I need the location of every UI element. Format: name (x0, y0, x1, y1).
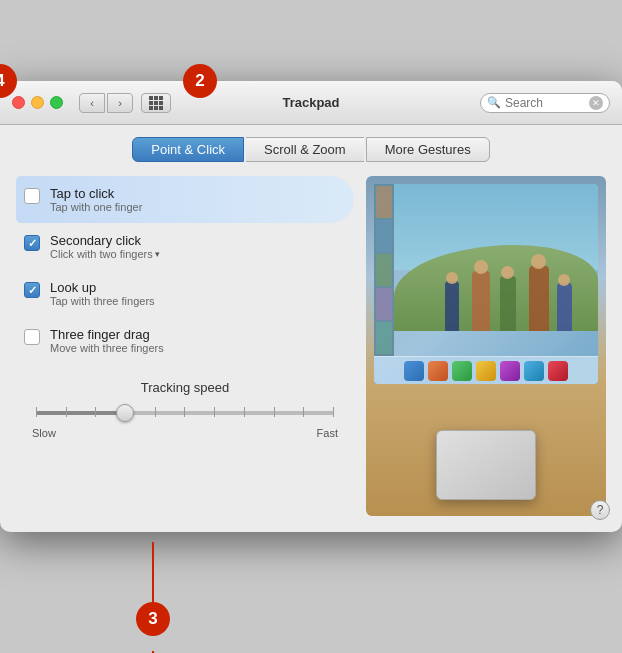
dock-icon-7 (548, 361, 568, 381)
option-label-tap-to-click: Tap to click (50, 186, 142, 201)
svg-rect-1 (149, 96, 153, 100)
option-tap-to-click[interactable]: Tap to click Tap with one finger (16, 176, 354, 223)
tracking-title: Tracking speed (24, 380, 346, 395)
slider-fast-label: Fast (317, 427, 338, 439)
option-look-up[interactable]: Look up Tap with three fingers (16, 270, 354, 317)
nav-buttons: ‹ › (79, 93, 133, 113)
title-bar: ‹ › Trackpad (0, 81, 622, 125)
annotation-2: 2 (183, 64, 217, 98)
search-icon: 🔍 (487, 96, 501, 109)
slider-container: Slow Fast (32, 403, 338, 439)
svg-rect-4 (149, 101, 153, 105)
dropdown-arrow-secondary-click[interactable]: ▾ (155, 249, 160, 259)
close-button[interactable] (12, 96, 25, 109)
checkbox-secondary-click[interactable] (24, 235, 40, 251)
checkbox-look-up[interactable] (24, 282, 40, 298)
window: ‹ › Trackpad (0, 81, 622, 532)
search-input[interactable] (505, 96, 585, 110)
option-sublabel-look-up: Tap with three fingers (50, 295, 155, 307)
back-button[interactable]: ‹ (79, 93, 105, 113)
slider-slow-label: Slow (32, 427, 56, 439)
svg-rect-7 (149, 106, 153, 110)
family-photo (394, 184, 598, 356)
tab-point-click[interactable]: Point & Click (132, 137, 244, 162)
traffic-lights (12, 96, 63, 109)
main-content: Tap to click Tap with one finger Seconda… (16, 176, 606, 516)
option-label-secondary-click: Secondary click (50, 233, 160, 248)
left-panel: Tap to click Tap with one finger Seconda… (16, 176, 354, 516)
svg-rect-2 (154, 96, 158, 100)
option-three-finger-drag[interactable]: Three finger drag Move with three finger… (16, 317, 354, 364)
thumb-5 (376, 322, 392, 354)
window-title: Trackpad (282, 95, 339, 110)
svg-rect-5 (154, 101, 158, 105)
mac-screen-inner (374, 184, 598, 384)
thumb-2 (376, 220, 392, 252)
tab-bar: Point & Click Scroll & Zoom More Gesture… (16, 137, 606, 162)
option-sublabel-three-finger-drag: Move with three fingers (50, 342, 164, 354)
svg-rect-9 (159, 106, 163, 110)
tracking-slider-thumb[interactable] (116, 404, 134, 422)
dock-icon-5 (500, 361, 520, 381)
thumb-4 (376, 288, 392, 320)
sidebar-thumbnails (374, 184, 394, 356)
thumb-1 (376, 186, 392, 218)
option-label-look-up: Look up (50, 280, 155, 295)
dock-icon-1 (404, 361, 424, 381)
content-area: Point & Click Scroll & Zoom More Gesture… (0, 125, 622, 532)
svg-rect-8 (154, 106, 158, 110)
dock-icon-6 (524, 361, 544, 381)
dock-icon-2 (428, 361, 448, 381)
mac-screen (374, 184, 598, 384)
maximize-button[interactable] (50, 96, 63, 109)
checkbox-three-finger-drag[interactable] (24, 329, 40, 345)
forward-button[interactable]: › (107, 93, 133, 113)
option-secondary-click[interactable]: Secondary click Click with two fingers ▾ (16, 223, 354, 270)
slider-labels: Slow Fast (32, 427, 338, 439)
option-sublabel-secondary-click: Click with two fingers ▾ (50, 248, 160, 260)
help-button[interactable]: ? (590, 500, 610, 520)
grid-view-button[interactable] (141, 93, 171, 113)
trackpad-visualization (366, 176, 606, 516)
option-sublabel-tap-to-click: Tap with one finger (50, 201, 142, 213)
tab-scroll-zoom[interactable]: Scroll & Zoom (246, 137, 364, 162)
dock-icon-3 (452, 361, 472, 381)
annotation-3: 3 (136, 602, 170, 636)
checkbox-tap-to-click[interactable] (24, 188, 40, 204)
dock-icon-4 (476, 361, 496, 381)
trackpad-device (436, 430, 536, 500)
minimize-button[interactable] (31, 96, 44, 109)
dock-bar (374, 356, 598, 384)
tracking-section: Tracking speed (16, 380, 354, 439)
search-clear-button[interactable]: ✕ (589, 96, 603, 110)
svg-rect-6 (159, 101, 163, 105)
annotation-line-3: 3 (136, 542, 170, 636)
search-bar: 🔍 ✕ (480, 93, 610, 113)
grid-icon (149, 96, 163, 110)
option-label-three-finger-drag: Three finger drag (50, 327, 164, 342)
tab-more-gestures[interactable]: More Gestures (366, 137, 490, 162)
svg-rect-3 (159, 96, 163, 100)
thumb-3 (376, 254, 392, 286)
